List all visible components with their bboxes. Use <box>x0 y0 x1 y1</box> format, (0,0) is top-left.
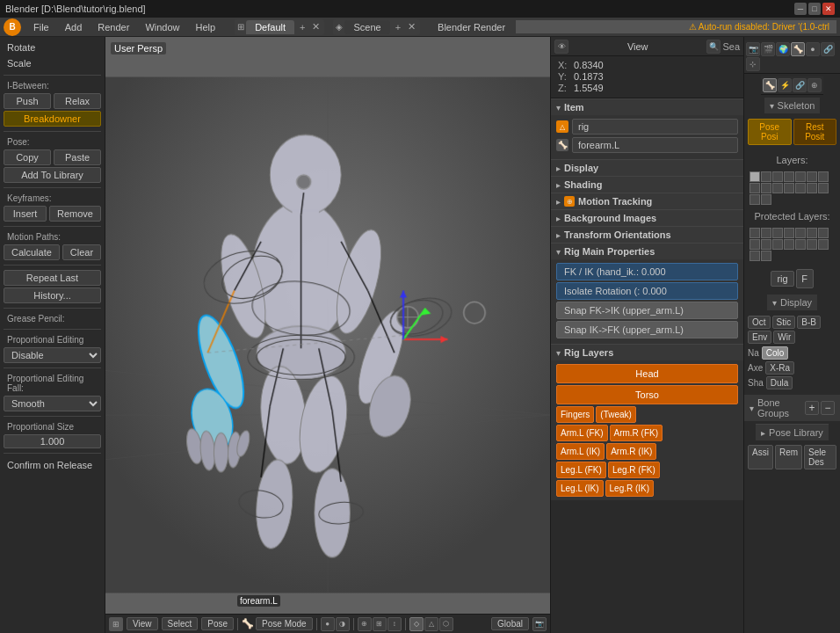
snap-button[interactable]: ⊞ <box>373 617 387 631</box>
transform-button[interactable]: ↕ <box>387 617 402 631</box>
leg-l-ik-button[interactable]: Leg.L (IK) <box>556 480 604 497</box>
prot-layer-5[interactable] <box>795 228 806 238</box>
material-icon[interactable]: ● <box>806 42 820 56</box>
view-menu-button[interactable]: View <box>127 617 158 630</box>
layer-9[interactable] <box>761 183 771 193</box>
display-section-header[interactable]: ▸ Display <box>551 160 743 176</box>
bb-button[interactable]: B-B <box>797 316 821 329</box>
texture-shading-button[interactable]: ◑ <box>336 617 350 631</box>
bone-name-value[interactable]: forearm.L <box>572 137 738 153</box>
head-rig-layer-button[interactable]: Head <box>556 364 738 383</box>
leg-r-fk-button[interactable]: Leg.R (FK) <box>608 462 660 478</box>
push-button[interactable]: Push <box>4 93 51 109</box>
prot-layer-7[interactable] <box>818 228 829 238</box>
solid-shading-button[interactable]: ● <box>321 617 335 631</box>
paste-button[interactable]: Paste <box>54 149 101 165</box>
layer-16[interactable] <box>761 194 771 205</box>
layer-8[interactable] <box>749 183 760 193</box>
layer-4[interactable] <box>784 171 794 182</box>
dula-button[interactable]: Dula <box>766 376 793 389</box>
background-images-header[interactable]: ▸ Background Images <box>551 210 743 226</box>
pose-icon[interactable]: ⚡ <box>778 78 792 92</box>
menu-render[interactable]: Render <box>91 20 136 34</box>
pivot-button[interactable]: ⊕ <box>358 617 372 631</box>
object-data-icon[interactable]: 🦴 <box>791 42 805 56</box>
menu-window[interactable]: Window <box>138 20 186 34</box>
clear-button[interactable]: Clear <box>62 244 101 260</box>
skeleton-header[interactable]: ▾ Skeleton <box>764 98 821 113</box>
global-transform-button[interactable]: Global <box>491 617 529 630</box>
isolate-rotation-button[interactable]: Isolate Rotation (: 0.000 <box>556 282 738 300</box>
oct-button[interactable]: Oct <box>748 316 771 329</box>
pose-mode-button[interactable]: Pose Mode <box>256 617 313 630</box>
pose-pos-button[interactable]: Pose Posi <box>748 119 792 145</box>
stic-button[interactable]: Stic <box>772 316 796 329</box>
fingers-rig-layer-button[interactable]: Fingers <box>556 406 594 423</box>
copy-button[interactable]: Copy <box>4 149 51 165</box>
pose-menu-button[interactable]: Pose <box>201 617 234 630</box>
fk-ik-button[interactable]: FK / IK (hand_ik.: 0.000 <box>556 263 738 280</box>
prot-layer-11[interactable] <box>784 239 794 250</box>
render-engine-tab[interactable]: Blender Render <box>429 20 514 34</box>
layer-10[interactable] <box>772 183 783 193</box>
prot-layer-9[interactable] <box>761 239 771 250</box>
prot-layer-15[interactable] <box>749 251 760 261</box>
driver-icon[interactable]: ⊕ <box>807 78 822 92</box>
search-icon[interactable]: 🔍 <box>706 40 721 54</box>
bone-groups-header[interactable]: ▾ Bone Groups + − <box>744 395 840 421</box>
prot-layer-1[interactable] <box>749 228 760 238</box>
bone-constraint-icon[interactable]: 🔗 <box>793 78 807 92</box>
display-right-header[interactable]: ▾ Display <box>767 295 817 310</box>
proportional-editing-select[interactable]: Disable <box>4 347 101 363</box>
layer-14[interactable] <box>818 183 829 193</box>
minimize-button[interactable]: ─ <box>794 3 807 15</box>
torso-rig-layer-button[interactable]: Torso <box>556 385 738 404</box>
assi-button[interactable]: Assi <box>748 445 773 469</box>
menu-add[interactable]: Add <box>58 20 90 34</box>
workspace-close-button[interactable]: ✕ <box>310 21 322 33</box>
layer-13[interactable] <box>807 183 817 193</box>
camera-icon[interactable]: 📷 <box>532 617 547 631</box>
snap-fk-ik-button[interactable]: Snap FK->IK (upper_arm.L) <box>556 302 738 319</box>
layer-12[interactable] <box>795 183 806 193</box>
layer-2[interactable] <box>761 171 771 182</box>
view-icon[interactable]: 👁 <box>554 40 568 54</box>
world-icon[interactable]: 🌍 <box>776 42 790 56</box>
rig-fake-user-button[interactable]: F <box>796 269 814 288</box>
viewport-3d[interactable]: User Persp forearm.L ⊞ View Select Pose … <box>105 37 550 633</box>
prop-size-value[interactable]: 1.000 <box>4 434 101 448</box>
object-name-value[interactable]: rig <box>572 119 738 135</box>
wire-overlay-button[interactable]: ⬡ <box>439 617 453 631</box>
arm-r-fk-button[interactable]: Arm.R (FK) <box>610 425 663 441</box>
prot-layer-10[interactable] <box>772 239 783 250</box>
rig-name-field[interactable]: rig <box>771 271 793 287</box>
scene-icon[interactable]: 🎬 <box>761 42 775 56</box>
remove-button[interactable]: Remove <box>49 206 101 222</box>
select-menu-button[interactable]: Select <box>162 617 199 630</box>
layer-1[interactable] <box>749 171 760 182</box>
layer-11[interactable] <box>784 183 794 193</box>
prot-layer-8[interactable] <box>749 239 760 250</box>
rem-button[interactable]: Rem <box>775 445 802 469</box>
bones-overlay-button[interactable]: ◇ <box>409 617 424 631</box>
repeat-last-button[interactable]: Repeat Last <box>4 270 101 286</box>
insert-button[interactable]: Insert <box>4 206 47 222</box>
leg-r-ik-button[interactable]: Leg.R (IK) <box>605 480 655 497</box>
layer-3[interactable] <box>772 171 783 182</box>
wir-button[interactable]: Wir <box>773 331 795 344</box>
prot-layer-12[interactable] <box>795 239 806 250</box>
tweak-rig-layer-button[interactable]: (Tweak) <box>596 406 636 423</box>
armature-icon[interactable]: 🦴 <box>763 78 777 92</box>
breakdowner-button[interactable]: Breakdowner <box>4 111 101 127</box>
history-button[interactable]: History... <box>4 287 101 303</box>
close-button[interactable]: ✕ <box>822 3 835 15</box>
scene-add-button[interactable]: + <box>392 22 404 33</box>
workspace-add-button[interactable]: + <box>296 22 308 33</box>
arm-r-ik-button[interactable]: Arm.R (IK) <box>606 443 656 460</box>
relax-button[interactable]: Relax <box>54 93 101 109</box>
prot-layer-6[interactable] <box>807 228 817 238</box>
prot-layer-14[interactable] <box>818 239 829 250</box>
x-ra-button[interactable]: X-Ra <box>765 361 794 375</box>
sele-des-button[interactable]: Sele Des <box>804 445 836 469</box>
transform-orientations-header[interactable]: ▸ Transform Orientations <box>551 227 743 243</box>
